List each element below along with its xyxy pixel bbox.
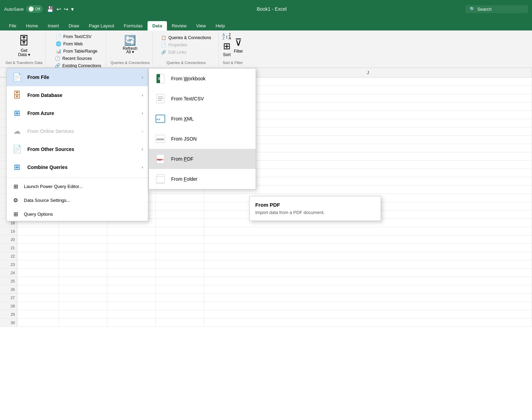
tab-page-layout[interactable]: Page Layout <box>84 21 119 30</box>
get-data-sublabel: Data ▾ <box>18 52 30 57</box>
ribbon-group-get-data: 🗄 Get Data ▾ Get & Transform Data <box>3 32 46 66</box>
queries-connections-button[interactable]: 📋 Queries & Connections <box>160 35 212 41</box>
menu-item-from-other-sources[interactable]: 📄 From Other Sources › <box>7 140 148 158</box>
from-file-arrow: › <box>142 75 143 80</box>
tab-insert[interactable]: Insert <box>43 21 64 30</box>
query-options-icon: ⊞ <box>11 210 20 218</box>
edit-links-icon: 🔗 <box>161 50 166 55</box>
tooltip-popup: From PDF Import data from a PDF document… <box>249 196 381 221</box>
get-data-button[interactable]: 🗄 Get Data ▾ <box>15 33 33 59</box>
queries-icon: 📋 <box>161 35 166 40</box>
ribbon-recent-col: 🕐 Recent Sources 🔗 Existing Connections <box>53 55 103 69</box>
from-json-label: From JSON <box>171 136 197 142</box>
tab-view[interactable]: View <box>192 21 211 30</box>
submenu-from-folder[interactable]: From Folder <box>149 169 256 189</box>
menu-item-combine-queries[interactable]: ⊞ Combine Queries › <box>7 158 148 176</box>
window-title: Book1 - Excel <box>78 6 466 12</box>
autosave-area: AutoSave Off <box>4 6 43 12</box>
search-box[interactable]: 🔍 Search <box>466 5 528 13</box>
sort-label: Sort <box>223 52 231 57</box>
queries-connections-group-label: Queries & Connections <box>167 59 206 65</box>
tab-data[interactable]: Data <box>148 21 167 30</box>
from-online-icon: ☁ <box>11 126 23 137</box>
tab-file[interactable]: File <box>4 21 21 30</box>
from-text-csv-button[interactable]: 📄 From Text/CSV <box>54 33 100 40</box>
properties-button[interactable]: 📄 Properties <box>160 42 189 48</box>
refresh-all-button[interactable]: 🔄 Refresh All ▾ <box>118 33 142 56</box>
from-table-range-button[interactable]: 📊 From Table/Range <box>54 48 100 54</box>
from-database-label: From Database <box>27 92 62 98</box>
quick-access-icon[interactable]: ▾ <box>71 6 74 12</box>
svg-text:JSON: JSON <box>156 138 164 141</box>
ribbon-group-sort-filter: A Z ↕ Z A ⊞ Sort ⊽ Filter Sort & Filter <box>220 32 246 66</box>
from-file-label: From File <box>27 74 49 80</box>
autosave-toggle[interactable]: Off <box>26 6 42 12</box>
data-source-icon: ⚙ <box>11 196 20 204</box>
filter-icon: ⊽ <box>235 37 242 48</box>
menu-item-from-database[interactable]: 🗄 From Database › <box>7 86 148 104</box>
menu-item-from-online-services[interactable]: ☁ From Online Services › <box>7 122 148 140</box>
submenu-from-json[interactable]: JSON From JSON <box>149 129 256 149</box>
edit-links-button[interactable]: 🔗 Edit Links <box>160 49 188 55</box>
from-azure-label: From Azure <box>27 110 54 116</box>
refresh-all-sublabel: All ▾ <box>126 50 134 54</box>
from-azure-arrow: › <box>142 111 143 116</box>
launch-pqe-icon: ⊞ <box>11 182 20 190</box>
menu-item-from-file[interactable]: 📄 From File › <box>7 68 148 86</box>
connections-icon: 🔗 <box>55 63 60 68</box>
submenu-from-text-csv[interactable]: From Text/CSV <box>149 89 256 109</box>
filter-button[interactable]: ⊽ Filter <box>234 37 243 54</box>
xml-icon: <> <box>154 113 166 125</box>
menu-data-source-settings[interactable]: ⚙ Data Source Settings... <box>7 193 148 207</box>
tab-formulas[interactable]: Formulas <box>119 21 148 30</box>
redo-icon[interactable]: ↪ <box>64 6 68 12</box>
queries-group: 📋 Queries & Connections 📄 Properties 🔗 E… <box>157 33 215 57</box>
folder-icon <box>154 173 166 185</box>
from-online-label: From Online Services <box>27 128 74 134</box>
properties-icon: 📄 <box>161 43 166 47</box>
menu-item-from-azure[interactable]: ⊞ From Azure › <box>7 104 148 122</box>
text-csv-icon: 📄 <box>56 34 61 39</box>
combine-queries-label: Combine Queries <box>27 164 68 170</box>
from-table-label: From Table/Range <box>63 49 98 54</box>
json-icon: JSON <box>154 133 166 145</box>
ribbon-group-queries: 📋 Queries & Connections 📄 Properties 🔗 E… <box>154 32 218 66</box>
combine-queries-arrow: › <box>142 165 143 170</box>
titlebar: AutoSave Off 💾 ↩ ↪ ▾ Book1 - Excel 🔍 Sea… <box>0 0 532 18</box>
properties-label: Properties <box>168 43 187 47</box>
ribbon: 🗄 Get Data ▾ Get & Transform Data 📄 From… <box>0 30 532 68</box>
menu-launch-pqe[interactable]: ⊞ Launch Power Query Editor... <box>7 179 148 193</box>
menu-separator-1 <box>7 178 148 178</box>
ribbon-group-sources: 📄 From Text/CSV 🌐 From Web 📊 From Table/… <box>47 32 106 66</box>
submenu-from-workbook[interactable]: X From Workbook <box>149 69 256 89</box>
from-other-arrow: › <box>142 147 143 152</box>
tab-draw[interactable]: Draw <box>64 21 84 30</box>
from-database-arrow: › <box>142 93 143 98</box>
save-icon[interactable]: 💾 <box>47 6 54 12</box>
undo-icon[interactable]: ↩ <box>56 6 61 12</box>
search-icon: 🔍 <box>470 7 475 12</box>
za-icon: Z A <box>229 33 231 40</box>
ribbon-tabs: File Home Insert Draw Page Layout Formul… <box>0 18 532 30</box>
get-transform-label: Get & Transform Data <box>6 59 43 65</box>
toggle-knob <box>29 7 34 11</box>
from-web-button[interactable]: 🌐 From Web <box>54 41 100 47</box>
menu-query-options[interactable]: ⊞ Query Options <box>7 207 148 221</box>
tab-help[interactable]: Help <box>211 21 230 30</box>
main-dropdown-menu: 📄 From File › 🗄 From Database › ⊞ From A… <box>6 68 148 221</box>
from-web-label: From Web <box>63 42 83 46</box>
tab-review[interactable]: Review <box>167 21 192 30</box>
submenu-from-pdf[interactable]: PDF From PDF <box>149 149 256 169</box>
search-placeholder: Search <box>477 7 491 12</box>
ribbon-source-col: 📄 From Text/CSV 🌐 From Web 📊 From Table/… <box>54 33 100 54</box>
filter-label: Filter <box>234 49 243 54</box>
recent-sources-button[interactable]: 🕐 Recent Sources <box>53 55 103 62</box>
tooltip-title: From PDF <box>255 202 375 208</box>
refresh-icon: 🔄 <box>124 35 136 46</box>
query-options-label: Query Options <box>24 212 53 217</box>
edit-links-label: Edit Links <box>168 50 186 55</box>
sort-button[interactable]: A Z ↕ Z A ⊞ Sort <box>223 33 231 57</box>
combine-queries-icon: ⊞ <box>11 162 23 173</box>
tab-home[interactable]: Home <box>21 21 43 30</box>
submenu-from-xml[interactable]: <> From XML <box>149 109 256 129</box>
